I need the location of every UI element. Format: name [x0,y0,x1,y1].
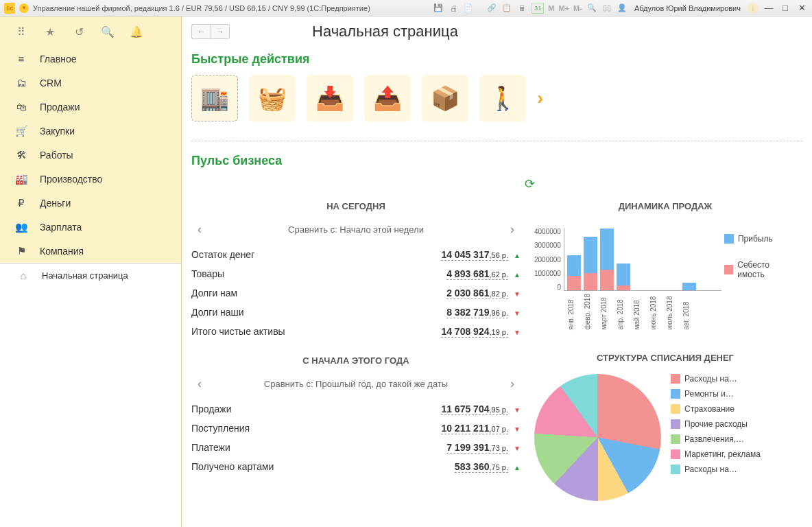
qa-cash-register[interactable]: 🏬 [191,75,238,121]
bar-x-label: авг. 2018 [682,294,696,329]
notifications-icon[interactable]: 🔔 [130,25,143,38]
window-title: Управление нашей фирмой, редакция 1.6 / … [33,4,370,12]
panels-icon[interactable]: ▯▯ [601,3,612,14]
qa-stack-out[interactable]: 📤 [364,75,411,121]
bar-x-label: июнь 2018 [649,294,663,329]
data-row: Товары 4 893 681,62 р. ▲ [191,268,521,280]
search-icon[interactable]: 🔍 [102,25,114,38]
nav-label: Работы [40,150,73,161]
page-title: Начальная страница [312,23,458,40]
pie-legend-item: Страхование [671,404,761,414]
nav-label: Деньги [40,198,71,209]
sidebar-home-item[interactable]: ⌂ Начальная страница [0,264,181,288]
trend-icon: ▼ [514,445,521,452]
row-value[interactable]: 14 045 317,56 р. [441,249,508,261]
calendar-icon[interactable]: 31 [532,3,544,14]
row-value[interactable]: 2 030 861,82 р. [446,288,508,299]
calc-icon[interactable]: 🖩 [516,3,527,14]
row-value[interactable]: 583 360,75 р. [455,461,508,473]
apps-icon[interactable]: ⠿ [15,25,27,38]
row-value[interactable]: 7 199 391,73 р. [446,442,508,454]
back-button[interactable]: ← [191,24,211,39]
nav-label: Зарплата [40,222,82,233]
row-value[interactable]: 10 211 211,07 р. [441,423,508,434]
memory-m[interactable]: M [548,4,554,12]
data-row: Итого чистые активы 14 708 924,19 р. ▼ [191,326,521,338]
trend-icon: ▲ [514,271,521,279]
sidebar-item-3[interactable]: 🛒Закупки [0,119,181,143]
forward-button[interactable]: → [211,24,230,39]
user-name[interactable]: Абдулов Юрий Владимирович [632,4,743,12]
history-icon[interactable]: ↺ [73,25,85,38]
sidebar-item-1[interactable]: 🗂CRM [0,71,181,95]
data-row: Продажи 11 675 704,95 р. ▼ [191,403,521,415]
sidebar-item-8[interactable]: ⚑Компания [0,239,181,263]
row-value[interactable]: 14 708 924,19 р. [441,326,508,338]
legend-item: Прибыль [724,234,796,244]
titlebar: 1c ▼ Управление нашей фирмой, редакция 1… [0,0,812,16]
bar [584,237,597,290]
info-icon[interactable]: i [748,3,759,14]
data-row: Долги нам 2 030 861,82 р. ▼ [191,288,521,299]
print-icon[interactable]: 🖨 [448,3,459,14]
nav-icon: ⚑ [15,245,27,257]
bar [682,283,696,291]
nav-label: Производство [40,174,102,185]
close-button[interactable]: ✕ [796,3,808,13]
sidebar: ⠿ ★ ↺ 🔍 🔔 ≡Главное🗂CRM🛍Продажи🛒Закупки🛠Р… [0,16,182,527]
row-value[interactable]: 4 893 681,62 р. [446,268,508,280]
row-value[interactable]: 8 382 719,96 р. [446,307,508,318]
data-row: Остаток денег 14 045 317,56 р. ▲ [191,249,521,261]
ytd-next-arrow[interactable]: › [504,377,521,391]
memory-mminus[interactable]: M- [573,4,582,12]
pie-legend-item: Прочие расходы [671,419,761,429]
qa-package[interactable]: 📦 [422,75,468,121]
nav-icon: 👥 [15,221,27,233]
maximize-button[interactable]: □ [779,3,791,13]
minimize-button[interactable]: — [763,3,775,13]
trend-icon: ▼ [514,309,521,317]
qa-more-arrow[interactable]: › [537,87,543,109]
trend-icon: ▲ [514,252,521,259]
ytd-compare-text[interactable]: Сравнить с: Прошлый год, до такой же дат… [208,379,504,389]
trend-icon: ▼ [514,425,521,433]
legend-label: Прочие расходы [684,419,748,429]
favorites-icon[interactable]: ★ [44,25,56,38]
row-value[interactable]: 11 675 704,95 р. [441,403,508,415]
qa-stack-in[interactable]: 📥 [307,75,353,121]
sidebar-item-0[interactable]: ≡Главное [0,47,181,71]
today-next-arrow[interactable]: › [504,222,521,237]
memory-mplus[interactable]: M+ [559,4,570,12]
qa-basket-add[interactable]: 🧺 [249,75,296,121]
link-icon[interactable]: 🔗 [486,3,497,14]
package-icon: 📦 [431,84,459,112]
row-label: Поступления [191,423,250,434]
zoom-icon[interactable]: 🔍 [586,3,597,14]
nav-icon: 🛠 [15,149,27,161]
legend-swatch [671,389,680,399]
legend-label: Развлечения,… [684,434,744,444]
user-icon: 👤 [617,3,628,14]
save-icon[interactable]: 💾 [433,3,444,14]
trend-icon: ▼ [514,290,521,298]
data-row: Поступления 10 211 211,07 р. ▼ [191,423,521,434]
sidebar-item-7[interactable]: 👥Зарплата [0,215,181,239]
sidebar-item-4[interactable]: 🛠Работы [0,143,181,167]
sidebar-item-2[interactable]: 🛍Продажи [0,95,181,119]
pie-legend-item: Расходы на… [671,465,761,474]
sidebar-item-5[interactable]: 🏭Производство [0,167,181,191]
refresh-icon[interactable]: ⟳ [525,176,535,191]
quick-actions-row: 🏬 🧺 📥 📤 📦 🚶 › [191,75,802,121]
legend-label: Страхование [684,404,735,414]
data-row: Получено картами 583 360,75 р. ▲ [191,461,521,473]
bar-x-label: февр. 2018 [584,294,597,329]
today-prev-arrow[interactable]: ‹ [191,222,208,237]
doc-icon[interactable]: 📄 [463,3,474,14]
app-menu-dropdown-icon[interactable]: ▼ [19,3,29,13]
clipboard-icon[interactable]: 📋 [501,3,512,14]
qa-person[interactable]: 🚶 [479,75,526,121]
today-compare-text[interactable]: Сравнить с: Начало этой недели [208,224,504,235]
ytd-prev-arrow[interactable]: ‹ [191,377,208,391]
row-label: Итого чистые активы [191,326,285,337]
sidebar-item-6[interactable]: ₽Деньги [0,191,181,215]
